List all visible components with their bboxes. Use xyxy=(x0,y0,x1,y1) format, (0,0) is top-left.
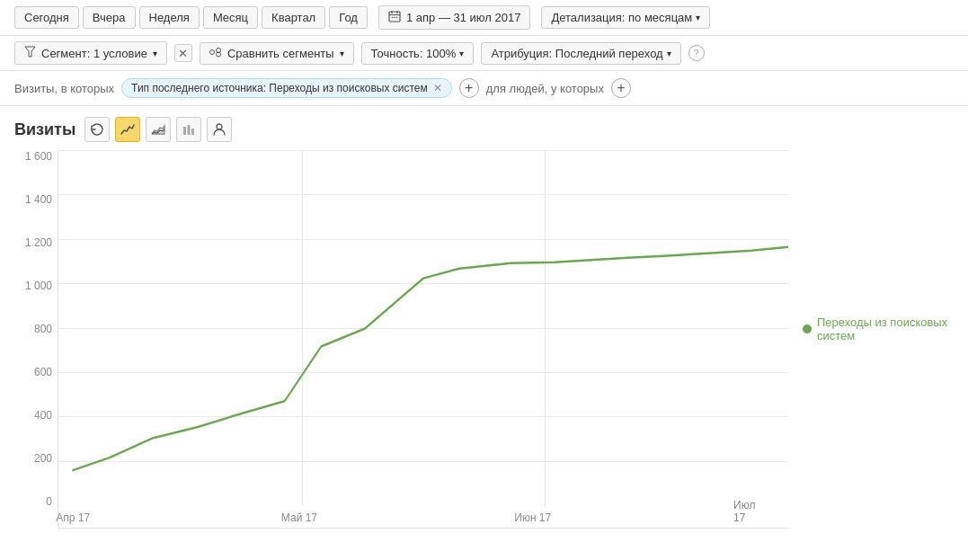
y-label-200: 200 xyxy=(14,453,52,464)
top-bar: Сегодня Вчера Неделя Месяц Квартал Год 1… xyxy=(0,0,968,36)
refresh-button[interactable] xyxy=(84,117,110,142)
accuracy-label: Точность: 100% xyxy=(371,47,457,60)
x-label-jun: Июн 17 xyxy=(514,511,551,524)
btn-quarter[interactable]: Квартал xyxy=(262,6,325,29)
y-label-1000: 1 000 xyxy=(14,280,52,291)
svg-point-4 xyxy=(392,17,394,19)
svg-rect-0 xyxy=(389,12,400,22)
detail-button[interactable]: Детализация: по месяцам ▾ xyxy=(541,6,710,29)
svg-point-5 xyxy=(394,17,395,19)
attribution-arrow-icon: ▾ xyxy=(667,49,671,58)
attribution-label: Атрибуция: Последний переход xyxy=(491,47,662,60)
add-people-condition-button[interactable]: + xyxy=(611,78,631,98)
chart-line-svg xyxy=(58,151,788,506)
bar-chart-button[interactable] xyxy=(176,117,201,142)
x-label-apr: Апр 17 xyxy=(56,511,90,524)
segment-label: Сегмент: 1 условие xyxy=(41,47,147,60)
svg-point-8 xyxy=(209,49,214,54)
btn-week[interactable]: Неделя xyxy=(139,6,200,29)
y-label-1400: 1 400 xyxy=(14,194,52,205)
person-button[interactable] xyxy=(207,117,232,142)
y-label-1200: 1 200 xyxy=(14,237,52,248)
legend-text: Переходы из поисковых систем xyxy=(817,316,954,342)
date-range-button[interactable]: 1 апр — 31 июл 2017 xyxy=(378,5,530,30)
chart-wrapper: 0 200 400 600 800 1 000 1 200 1 400 1 60… xyxy=(14,151,954,529)
filter-bar: Сегмент: 1 условие ▾ ✕ Сравнить сегменты… xyxy=(0,36,968,71)
add-condition-button[interactable]: + xyxy=(459,78,479,98)
calendar-icon xyxy=(388,10,401,25)
y-label-600: 600 xyxy=(14,367,52,378)
segment-arrow-icon: ▾ xyxy=(153,49,157,58)
for-people-label: для людей, у которых xyxy=(486,82,604,95)
compare-icon xyxy=(209,47,222,60)
accuracy-button[interactable]: Точность: 100% ▾ xyxy=(361,42,475,65)
svg-point-14 xyxy=(217,124,222,129)
line-chart-button[interactable] xyxy=(115,117,140,142)
svg-point-6 xyxy=(396,17,398,19)
y-label-400: 400 xyxy=(14,410,52,421)
legend-dot xyxy=(803,324,812,333)
segment-tag-text: Тип последнего источника: Переходы из по… xyxy=(131,82,428,94)
segment-button[interactable]: Сегмент: 1 условие ▾ xyxy=(14,41,167,65)
visits-label: Визиты, в которых xyxy=(14,82,114,95)
detail-label: Детализация: по месяцам xyxy=(551,11,692,24)
btn-today[interactable]: Сегодня xyxy=(14,6,79,29)
filter-icon xyxy=(24,46,36,60)
chart-toolbar xyxy=(84,117,232,142)
chart-plot-area: Апр 17 Май 17 Июн 17 Июл 17 xyxy=(58,151,788,529)
y-label-1600: 1 600 xyxy=(14,151,52,162)
chart-container: 0 200 400 600 800 1 000 1 200 1 400 1 60… xyxy=(14,151,788,529)
x-label-may: Май 17 xyxy=(281,511,317,524)
attribution-button[interactable]: Атрибуция: Последний переход ▾ xyxy=(481,42,680,65)
svg-rect-11 xyxy=(183,127,186,135)
chart-legend: Переходы из поисковых систем xyxy=(803,316,954,342)
stacked-area-button[interactable] xyxy=(146,117,171,142)
svg-rect-12 xyxy=(188,125,191,135)
help-icon[interactable]: ? xyxy=(688,45,705,61)
btn-year[interactable]: Год xyxy=(329,6,368,29)
svg-rect-13 xyxy=(191,129,194,135)
chart-legend-area: Переходы из поисковых систем xyxy=(788,151,954,529)
btn-month[interactable]: Месяц xyxy=(203,6,258,29)
segment-tag-close-icon[interactable]: ✕ xyxy=(433,82,442,94)
y-axis: 0 200 400 600 800 1 000 1 200 1 400 1 60… xyxy=(14,151,58,529)
y-label-0: 0 xyxy=(14,496,52,507)
y-label-800: 800 xyxy=(14,324,52,334)
chart-section: Визиты xyxy=(0,106,968,529)
segment-bar: Визиты, в которых Тип последнего источни… xyxy=(0,71,968,106)
accuracy-arrow-icon: ▾ xyxy=(459,49,464,58)
chevron-down-icon: ▾ xyxy=(696,13,700,22)
x-label-jul: Июл 17 xyxy=(733,499,770,524)
chart-header: Визиты xyxy=(14,117,954,142)
x-axis-labels: Апр 17 Май 17 Июн 17 Июл 17 xyxy=(58,506,788,528)
compare-arrow-icon: ▾ xyxy=(340,49,344,58)
date-range-text: 1 апр — 31 июл 2017 xyxy=(406,11,520,24)
btn-yesterday[interactable]: Вчера xyxy=(83,6,136,29)
segment-close-button[interactable]: ✕ xyxy=(174,44,192,62)
compare-label: Сравнить сегменты xyxy=(227,47,334,60)
compare-button[interactable]: Сравнить сегменты ▾ xyxy=(200,42,354,65)
segment-tag: Тип последнего источника: Переходы из по… xyxy=(121,78,452,98)
svg-marker-7 xyxy=(25,47,35,57)
chart-title: Визиты xyxy=(14,120,75,139)
